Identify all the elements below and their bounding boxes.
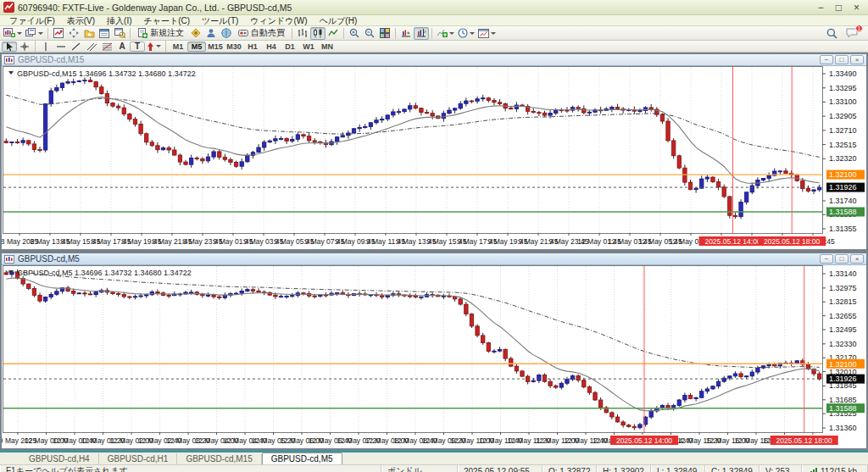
timeframe-m1-button[interactable]: M1 — [169, 42, 187, 52]
chart-tab-bar: GBPUSD-cd,H4 GBPUSD-cd,H1 GBPUSD-cd,M15 … — [0, 453, 868, 465]
market-watch-button[interactable] — [51, 27, 66, 40]
svg-text:1.32815: 1.32815 — [829, 297, 857, 306]
timeframe-mn-button[interactable]: MN — [318, 42, 337, 52]
svg-text:2025.05.12 18:00: 2025.05.12 18:00 — [764, 237, 820, 246]
chart-window-m15-title: GBPUSD-cd,M15 — [18, 55, 84, 64]
community-button[interactable] — [203, 27, 219, 40]
timeframe-m5-button[interactable]: M5 — [187, 42, 206, 52]
status-connection: 112/15 kb — [802, 465, 868, 472]
standard-toolbar: 新規注文 自動売買 — [0, 26, 868, 41]
channel-tool-button[interactable] — [84, 42, 99, 52]
vertical-line-tool-button[interactable] — [38, 42, 53, 52]
chevron-down-icon — [17, 32, 22, 35]
new-order-button[interactable]: 新規注文 — [133, 27, 188, 40]
trendline-tool-button[interactable] — [69, 42, 84, 52]
chart-close-button[interactable]: × — [850, 55, 864, 64]
text-tool-button[interactable]: A — [114, 42, 130, 52]
menu-file[interactable]: ファイル(F) — [3, 15, 61, 26]
fibonacci-tool-button[interactable] — [99, 42, 114, 52]
chart-window-m15: GBPUSD-cd,M15 − □ × 1.334901.332951.3310… — [1, 53, 867, 250]
tab-gbpusd-m5[interactable]: GBPUSD-cd,M5 — [262, 453, 342, 464]
chart-restore-button[interactable]: □ — [835, 254, 849, 264]
minimize-button[interactable]: − — [818, 3, 824, 13]
arrows-dropdown-button[interactable] — [145, 42, 163, 52]
label-tool-button[interactable]: T — [130, 42, 145, 52]
status-open-price: O: 1.32872 — [542, 465, 597, 472]
terminal-button[interactable] — [97, 27, 112, 40]
chevron-down-icon — [156, 45, 161, 47]
tab-gbpusd-m15[interactable]: GBPUSD-cd,M15 — [177, 453, 261, 464]
menu-view[interactable]: 表示(V) — [61, 15, 101, 26]
mt4-application-window: 60796940: FXTF-Live - Goldenway Japan Co… — [0, 0, 868, 472]
timeframe-m30-button[interactable]: M30 — [225, 42, 243, 52]
strategy-tester-button[interactable] — [112, 27, 127, 40]
data-window-button[interactable] — [66, 27, 81, 40]
timeframe-h4-button[interactable]: H4 — [262, 42, 281, 52]
svg-text:1.33490: 1.33490 — [829, 69, 857, 78]
search-icon[interactable] — [824, 27, 839, 40]
menu-tools[interactable]: ツール(T) — [196, 15, 244, 26]
market-button[interactable] — [219, 27, 234, 40]
line-chart-button[interactable] — [326, 27, 341, 40]
timeframe-h1-button[interactable]: H1 — [243, 42, 262, 52]
zoom-in-button[interactable] — [347, 27, 362, 40]
chart-window-m5-titlebar: GBPUSD-cd,M5 − □ × — [2, 253, 866, 265]
title-bar: 60796940: FXTF-Live - Goldenway Japan Co… — [0, 0, 868, 15]
navigator-button[interactable] — [81, 27, 97, 40]
menu-help[interactable]: ヘルプ(H) — [314, 15, 364, 26]
tile-windows-button[interactable] — [377, 27, 392, 40]
maximize-button[interactable]: □ — [836, 3, 842, 13]
periods-dropdown-button[interactable] — [456, 27, 476, 40]
tab-gbpusd-h4[interactable]: GBPUSD-cd,H4 — [20, 453, 99, 464]
chevron-down-icon — [449, 32, 454, 35]
svg-text:1.32710: 1.32710 — [829, 126, 857, 135]
zoom-out-button[interactable] — [362, 27, 377, 40]
price-chart-gbpusd-m5[interactable]: 1.331401.329751.328151.326551.324951.323… — [2, 265, 866, 448]
chart-minimize-button[interactable]: − — [820, 254, 833, 264]
svg-text:1.31740: 1.31740 — [829, 197, 857, 205]
chart-background — [3, 265, 865, 448]
label-tool-glyph: T — [135, 42, 140, 51]
status-high-price: H: 1.32902 — [597, 465, 651, 472]
timeframe-d1-button[interactable]: D1 — [281, 42, 299, 52]
menu-insert[interactable]: 挿入(I) — [101, 15, 137, 26]
cursor-tool-button[interactable] — [2, 42, 17, 52]
svg-text:1.31360: 1.31360 — [829, 424, 857, 432]
svg-text:1.31926: 1.31926 — [829, 183, 857, 192]
autotrading-button[interactable]: 自動売買 — [234, 27, 289, 40]
crosshair-tool-button[interactable] — [17, 42, 32, 52]
chart-window-icon — [4, 56, 14, 64]
app-logo-icon — [3, 2, 14, 13]
svg-text:1.33295: 1.33295 — [829, 84, 857, 92]
templates-dropdown-button[interactable] — [476, 27, 498, 40]
bar-chart-button[interactable] — [295, 27, 310, 40]
timeframe-w1-button[interactable]: W1 — [299, 42, 318, 52]
svg-text:GBPUSD-cd,M5 1.34696 1.34732: GBPUSD-cd,M5 1.34696 1.34732 1.34680 1.3… — [17, 269, 192, 277]
svg-text:1.33140: 1.33140 — [829, 269, 857, 278]
chart-shift-button[interactable] — [414, 27, 429, 40]
menu-chart[interactable]: チャート(C) — [138, 15, 197, 26]
metaeditor-button[interactable] — [188, 27, 203, 40]
close-button[interactable]: × — [854, 3, 860, 13]
menu-window[interactable]: ウィンドウ(W) — [244, 15, 313, 26]
chart-close-button[interactable]: × — [850, 254, 864, 264]
notifications-icon[interactable]: 1 — [844, 27, 860, 40]
tab-gbpusd-h1[interactable]: GBPUSD-cd,H1 — [99, 453, 178, 464]
auto-scroll-button[interactable] — [398, 27, 414, 40]
svg-text:1.32495: 1.32495 — [829, 325, 857, 334]
profiles-button[interactable] — [24, 27, 45, 40]
chart-window-m5: GBPUSD-cd,M5 − □ × 1.331401.329751.32815… — [1, 253, 867, 449]
chart-restore-button[interactable]: □ — [835, 55, 849, 64]
timeframe-m15-button[interactable]: M15 — [206, 42, 225, 52]
svg-text:GBPUSD-cd,M15 1.34696 1.34732: GBPUSD-cd,M15 1.34696 1.34732 1.34680 1.… — [17, 69, 196, 78]
indicators-dropdown-button[interactable] — [435, 27, 456, 40]
new-chart-button[interactable] — [2, 27, 24, 40]
chevron-down-icon — [470, 32, 475, 35]
chart-minimize-button[interactable]: − — [820, 55, 833, 64]
svg-text:2025.05.12 14:00: 2025.05.12 14:00 — [704, 237, 760, 246]
horizontal-line-tool-button[interactable] — [53, 42, 69, 52]
price-chart-gbpusd-m15[interactable]: 1.334901.332951.331001.329051.327101.325… — [2, 66, 866, 249]
candlestick-chart-button[interactable] — [310, 27, 326, 40]
chart-background — [3, 66, 865, 249]
line-studies-toolbar: A T M1 M5 M15 M30 H1 H4 D1 W1 MN — [0, 41, 868, 53]
